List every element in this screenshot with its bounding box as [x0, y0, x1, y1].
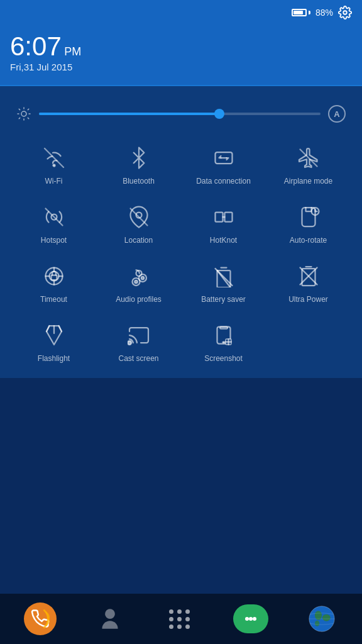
auto-brightness-icon[interactable]: A — [328, 105, 346, 123]
brightness-fill — [39, 113, 219, 115]
svg-point-34 — [141, 277, 144, 280]
svg-line-8 — [19, 118, 19, 118]
svg-line-46 — [58, 326, 62, 331]
tile-autorotate-label: Auto-rotate — [290, 236, 327, 245]
svg-point-57 — [249, 617, 253, 621]
tile-hotknot-label: HotKnot — [210, 236, 237, 245]
brightness-slider[interactable] — [39, 113, 321, 115]
bottom-dock — [0, 594, 362, 644]
svg-line-9 — [28, 109, 28, 109]
audio-profiles-icon — [125, 262, 153, 290]
status-bar: 88% — [0, 0, 362, 25]
tile-location[interactable]: Location — [96, 194, 181, 253]
data-connection-icon — [210, 144, 238, 172]
brightness-row: A — [6, 99, 356, 135]
battery-indicator — [292, 9, 310, 16]
svg-line-4 — [19, 109, 19, 109]
tile-airplane[interactable]: Airplane mode — [266, 135, 351, 194]
svg-rect-19 — [215, 213, 222, 222]
tile-flashlight-label: Flashlight — [38, 354, 70, 363]
dock-messages[interactable] — [233, 604, 268, 633]
dock-contacts[interactable] — [94, 602, 126, 635]
messages-icon — [239, 610, 262, 628]
tile-hotspot[interactable]: Hotspot — [11, 194, 96, 253]
location-icon — [125, 203, 153, 231]
svg-point-54 — [105, 609, 115, 619]
bluetooth-icon — [125, 144, 153, 172]
tile-bluetooth-label: Bluetooth — [123, 177, 155, 186]
battery-saver-icon — [210, 262, 238, 290]
tile-cast-label: Cast screen — [118, 354, 158, 363]
ultra-power-icon — [295, 262, 322, 290]
tile-bluetooth[interactable]: Bluetooth — [96, 135, 181, 194]
tile-airplane-label: Airplane mode — [284, 177, 332, 186]
browser-globe-icon — [308, 605, 336, 633]
ampm: PM — [64, 45, 81, 58]
settings-icon[interactable] — [338, 6, 352, 19]
svg-rect-29 — [51, 275, 57, 280]
airplane-icon — [295, 144, 322, 172]
time: 6:07 — [10, 31, 62, 61]
svg-line-5 — [28, 118, 28, 118]
wifi-off-icon — [40, 144, 68, 172]
tile-audio-label: Audio profiles — [116, 295, 162, 304]
time-display: 6:07 PM Fri,31 Jul 2015 — [10, 31, 352, 72]
tile-data[interactable]: Data connection — [181, 135, 266, 194]
tile-hotspot-label: Hotspot — [41, 236, 67, 245]
svg-line-18 — [130, 209, 147, 226]
svg-point-33 — [134, 280, 138, 284]
dock-apps[interactable] — [163, 602, 196, 635]
auto-rotate-icon — [295, 203, 322, 231]
svg-point-11 — [53, 165, 55, 167]
hotspot-icon — [40, 203, 68, 231]
svg-point-1 — [21, 111, 26, 116]
tile-cast[interactable]: Cast screen — [96, 313, 181, 372]
tile-location-label: Location — [124, 236, 153, 245]
svg-rect-50 — [222, 342, 224, 343]
svg-rect-49 — [220, 327, 228, 329]
tile-ultra-power[interactable]: Ultra Power — [266, 253, 351, 313]
tiles-grid: Wi-Fi Bluetooth Data connection — [6, 135, 356, 372]
tile-timeout-label: Timeout — [40, 295, 67, 304]
dock-phone[interactable] — [24, 602, 57, 635]
tile-data-label: Data connection — [196, 177, 251, 186]
apps-grid-icon — [169, 609, 190, 629]
svg-point-58 — [253, 617, 256, 621]
cast-screen-icon — [125, 321, 153, 349]
hotknot-icon — [210, 203, 238, 231]
tile-wifi-label: Wi-Fi — [45, 177, 63, 186]
tile-battery-saver-label: Battery saver — [201, 295, 246, 304]
date: Fri,31 Jul 2015 — [10, 62, 352, 72]
tile-wifi[interactable]: Wi-Fi — [11, 135, 96, 194]
svg-rect-20 — [224, 213, 232, 222]
tile-audio[interactable]: Audio profiles — [96, 253, 181, 313]
brightness-thumb — [214, 109, 224, 119]
sun-icon — [16, 106, 31, 121]
battery-percent: 88% — [315, 8, 333, 18]
tile-flashlight[interactable]: Flashlight — [11, 313, 96, 372]
screenshot-icon — [210, 321, 238, 349]
header: 6:07 PM Fri,31 Jul 2015 — [0, 25, 362, 86]
tile-timeout[interactable]: Timeout — [11, 253, 96, 313]
svg-line-16 — [45, 209, 62, 226]
tile-battery-saver[interactable]: Battery saver — [181, 253, 266, 313]
svg-point-0 — [343, 11, 347, 14]
svg-point-61 — [322, 614, 331, 621]
quick-panel: A Wi-Fi Blu — [0, 86, 362, 378]
svg-point-62 — [315, 621, 319, 626]
flashlight-icon — [40, 321, 68, 349]
svg-rect-21 — [302, 208, 315, 226]
timeout-icon — [40, 262, 68, 290]
contacts-icon — [97, 605, 123, 633]
tile-screenshot[interactable]: Screenshot — [181, 313, 266, 372]
svg-point-47 — [128, 341, 131, 345]
tile-hotknot[interactable]: HotKnot — [181, 194, 266, 253]
status-bar-right: 88% — [292, 6, 352, 19]
tile-screenshot-label: Screenshot — [204, 354, 243, 363]
tile-autorotate[interactable]: Auto-rotate — [266, 194, 351, 253]
svg-point-56 — [245, 617, 249, 621]
svg-line-45 — [47, 326, 50, 331]
dock-browser[interactable] — [305, 602, 338, 635]
tile-ultra-power-label: Ultra Power — [288, 295, 328, 304]
phone-icon — [31, 609, 50, 628]
